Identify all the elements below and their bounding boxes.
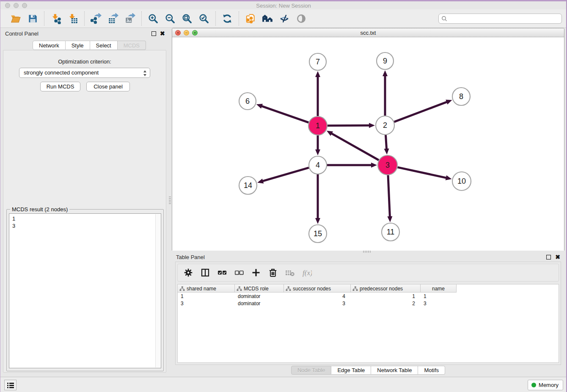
control-panel-float-button[interactable] xyxy=(151,31,156,36)
mcds-result-line: 3 xyxy=(12,222,161,229)
graph-node-9[interactable]: 9 xyxy=(377,52,394,69)
split-columns-button[interactable] xyxy=(200,267,211,278)
graph-node-1[interactable]: 1 xyxy=(308,116,327,135)
edge-2-8[interactable] xyxy=(394,102,448,122)
edge-arrowhead xyxy=(383,70,388,76)
edge-4-14[interactable] xyxy=(262,168,309,181)
table-panel-float-button[interactable] xyxy=(546,255,551,259)
edge-arrowhead xyxy=(257,179,264,184)
column-header-MCDS-role[interactable]: MCDS role xyxy=(235,284,284,293)
run-mcds-button[interactable]: Run MCDS xyxy=(40,82,80,91)
edge-2-3[interactable] xyxy=(385,135,386,149)
status-bar: Memory xyxy=(0,377,567,392)
dropdown-spinner-icon xyxy=(143,69,147,80)
network-window-titlebar[interactable]: × − + scc.txt xyxy=(172,28,564,37)
mcds-result-textarea[interactable]: 13 xyxy=(9,213,161,368)
edge-arrowhead xyxy=(384,149,389,155)
edge-1-2[interactable] xyxy=(328,125,370,126)
node-table: shared nameMCDS rolesuccessor nodesprede… xyxy=(177,284,559,363)
edge-arrowhead xyxy=(369,123,375,128)
window-title: Session: New Session xyxy=(0,3,567,9)
tab-select[interactable]: Select xyxy=(90,41,118,50)
zoom-in-icon xyxy=(148,13,159,24)
tab-edge-table[interactable]: Edge Table xyxy=(331,366,371,375)
graph-node-15[interactable]: 15 xyxy=(309,225,327,243)
tab-node-table[interactable]: Node Table xyxy=(291,366,332,375)
hide-selected-button[interactable] xyxy=(278,12,291,25)
zoom-out-button[interactable] xyxy=(164,12,176,25)
table-row[interactable]: 1dominator411 xyxy=(178,293,457,300)
mcds-panel: Optimization criterion: strongly connect… xyxy=(3,50,166,373)
attribute-type-icon xyxy=(179,286,185,291)
export-network-button[interactable] xyxy=(90,12,102,25)
edge-3-11[interactable] xyxy=(388,175,390,217)
column-header-name[interactable]: name xyxy=(421,284,457,293)
refresh-button[interactable] xyxy=(221,12,234,25)
graph-node-7[interactable]: 7 xyxy=(309,53,326,70)
zoom-in-button[interactable] xyxy=(147,12,160,25)
gear-icon xyxy=(183,268,193,278)
edge-3-10[interactable] xyxy=(397,167,446,178)
tab-mcds[interactable]: MCDS xyxy=(118,41,146,50)
export-table-icon xyxy=(107,13,118,24)
tab-network[interactable]: Network xyxy=(33,41,66,50)
criterion-dropdown[interactable]: strongly connected component xyxy=(19,68,150,78)
tab-motifs[interactable]: Motifs xyxy=(418,366,445,375)
zoom-selected-button[interactable] xyxy=(198,12,210,25)
memory-button[interactable]: Memory xyxy=(528,380,563,390)
zoom-fit-button[interactable] xyxy=(181,12,193,25)
select-all-button[interactable] xyxy=(217,267,228,278)
export-table-button[interactable] xyxy=(107,12,119,25)
tab-network-table[interactable]: Network Table xyxy=(371,366,418,375)
edge-3-1[interactable] xyxy=(331,133,379,160)
home-icon xyxy=(262,13,273,24)
table-row[interactable]: 3dominator323 xyxy=(178,300,457,307)
delete-table-icon xyxy=(285,268,295,278)
horizontal-splitter-handle[interactable] xyxy=(362,251,372,253)
column-header-predecessor-nodes[interactable]: predecessor nodes xyxy=(351,284,421,293)
show-hidden-button xyxy=(295,12,308,25)
edge-1-6[interactable] xyxy=(261,106,308,122)
tab-style[interactable]: Style xyxy=(66,41,90,50)
duplicate-network-button[interactable] xyxy=(244,12,257,25)
unselect-all-button[interactable] xyxy=(234,267,245,278)
graph-node-10[interactable]: 10 xyxy=(452,172,471,190)
vertical-splitter-handle[interactable] xyxy=(169,196,171,205)
control-panel-close-button[interactable]: ✖ xyxy=(160,30,165,37)
svg-text:15: 15 xyxy=(314,229,322,238)
save-button[interactable] xyxy=(26,12,39,25)
graph-node-3[interactable]: 3 xyxy=(378,155,397,175)
close-panel-button[interactable]: Close panel xyxy=(86,82,130,91)
column-header-shared-name[interactable]: shared name xyxy=(178,284,235,293)
add-button[interactable] xyxy=(250,267,261,278)
edge-arrowhead xyxy=(256,104,263,108)
result-scrollbar[interactable] xyxy=(155,214,160,367)
mcds-result-line: 1 xyxy=(12,215,161,222)
table-header-row: shared nameMCDS rolesuccessor nodesprede… xyxy=(178,284,457,293)
trash-button[interactable] xyxy=(267,267,278,278)
graph-node-4[interactable]: 4 xyxy=(309,156,327,174)
graph-node-14[interactable]: 14 xyxy=(239,177,257,194)
zoom-selected-icon xyxy=(198,13,209,24)
import-network-button[interactable] xyxy=(50,12,62,25)
column-header-successor-nodes[interactable]: successor nodes xyxy=(284,284,351,293)
task-history-button[interactable] xyxy=(4,380,17,390)
search-box[interactable] xyxy=(438,14,562,24)
network-canvas[interactable]: 7 9 6 8 1 2 4 3 14 10 15 11 xyxy=(172,37,564,251)
edge-arrowhead xyxy=(387,216,392,222)
network-view-window: × − + scc.txt 7 9 6 8 1 2 4 3 14 10 15 1… xyxy=(172,28,564,251)
export-image-button[interactable] xyxy=(124,12,136,25)
control-panel-tabs: NetworkStyleSelectMCDS xyxy=(33,41,146,50)
gear-button[interactable] xyxy=(183,267,194,278)
graph-node-8[interactable]: 8 xyxy=(452,88,470,105)
graph-node-2[interactable]: 2 xyxy=(376,116,394,135)
open-folder-button[interactable] xyxy=(9,12,22,25)
zoom-fit-icon xyxy=(182,13,193,24)
home-button[interactable] xyxy=(261,12,274,25)
table-panel-close-button[interactable]: ✖ xyxy=(555,254,560,260)
import-table-button[interactable] xyxy=(66,12,79,25)
search-input[interactable] xyxy=(447,16,559,22)
import-network-icon xyxy=(50,13,61,24)
graph-node-11[interactable]: 11 xyxy=(382,223,399,241)
graph-node-6[interactable]: 6 xyxy=(239,93,256,110)
